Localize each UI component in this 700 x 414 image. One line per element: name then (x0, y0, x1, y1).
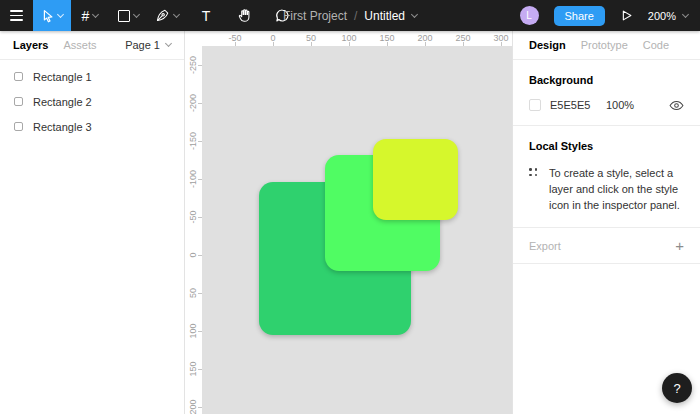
rectangle-icon (118, 10, 130, 22)
layers-panel: Layers Assets Page 1 Rectangle 1 Rectang… (0, 31, 185, 414)
layer-name: Rectangle 2 (33, 96, 92, 108)
ruler-label: -150 (188, 126, 198, 156)
ruler-label: -200 (188, 88, 198, 118)
inspector-tabs: Design Prototype Code (513, 31, 700, 60)
ruler-label: -250 (188, 50, 198, 80)
rectangle-layer-icon (14, 122, 23, 131)
ruler-label: 100 (188, 316, 198, 346)
frame-tool-button[interactable]: # (71, 0, 109, 31)
ruler-label: 0 (188, 240, 198, 270)
text-tool-icon: T (202, 9, 211, 23)
chevron-down-icon (57, 10, 64, 17)
opacity-value[interactable]: 100% (606, 99, 634, 111)
tab-code[interactable]: Code (643, 39, 669, 51)
pen-icon (155, 8, 170, 23)
inspector-panel: Design Prototype Code Background E5E5E5 … (512, 31, 700, 414)
chevron-down-icon (92, 10, 99, 17)
main-menu-button[interactable] (0, 0, 33, 31)
local-styles-hint: To create a style, select a layer and cl… (529, 165, 684, 213)
page-selector[interactable]: Page 1 (125, 39, 171, 51)
hamburger-menu-icon (10, 10, 23, 20)
move-tool-button[interactable] (33, 0, 71, 31)
background-color-row: E5E5E5 100% (529, 99, 684, 111)
background-section-title: Background (529, 74, 684, 86)
eye-icon (669, 100, 684, 111)
shape-tool-button[interactable] (109, 0, 147, 31)
tab-layers[interactable]: Layers (13, 39, 48, 51)
present-button[interactable] (620, 0, 633, 31)
export-section: Export + (513, 228, 700, 264)
hand-icon (237, 8, 252, 23)
shape-rectangle-3[interactable] (373, 139, 458, 220)
frame-hash-icon: # (82, 9, 90, 23)
styles-grid-icon (529, 168, 538, 177)
chevron-down-icon (132, 10, 139, 17)
zoom-level-control[interactable]: 200% (648, 10, 688, 22)
tab-prototype[interactable]: Prototype (581, 39, 628, 51)
toolbar-tools: # T (0, 0, 301, 31)
zoom-level-value: 200% (648, 10, 676, 22)
move-cursor-icon (41, 9, 54, 23)
layer-row-rectangle-1[interactable]: Rectangle 1 (0, 64, 184, 89)
horizontal-ruler: -50 0 50 100 150 200 250 300 (202, 31, 512, 46)
ruler-corner (185, 31, 202, 46)
toolbar-right: L Share 200% (520, 0, 700, 31)
share-button[interactable]: Share (554, 6, 605, 26)
ruler-label: 50 (188, 278, 198, 308)
tab-design[interactable]: Design (529, 39, 566, 51)
local-styles-title: Local Styles (529, 140, 684, 152)
ruler-label: 150 (188, 354, 198, 384)
breadcrumb: First Project / Untitled (283, 0, 417, 31)
layers-list: Rectangle 1 Rectangle 2 Rectangle 3 (0, 60, 184, 139)
project-name[interactable]: First Project (283, 9, 347, 23)
layer-row-rectangle-3[interactable]: Rectangle 3 (0, 114, 184, 139)
layer-row-rectangle-2[interactable]: Rectangle 2 (0, 89, 184, 114)
layer-name: Rectangle 3 (33, 121, 92, 133)
visibility-toggle[interactable] (669, 100, 684, 111)
chevron-down-icon[interactable] (411, 10, 418, 17)
layers-panel-header: Layers Assets Page 1 (0, 31, 184, 60)
tab-assets[interactable]: Assets (63, 39, 96, 51)
local-styles-description: To create a style, select a layer and cl… (549, 165, 684, 213)
file-name[interactable]: Untitled (364, 9, 405, 23)
color-swatch[interactable] (529, 99, 541, 111)
add-export-button[interactable]: + (675, 238, 684, 253)
export-section-title: Export (529, 240, 561, 252)
vertical-ruler: -250 -200 -150 -100 -50 0 50 100 150 200 (185, 46, 202, 414)
figma-app: # T (0, 0, 700, 414)
toolbar: # T (0, 0, 700, 31)
chevron-down-icon (165, 40, 172, 47)
background-section: Background E5E5E5 100% (513, 60, 700, 126)
page-selector-label: Page 1 (125, 39, 160, 51)
rectangle-layer-icon (14, 97, 23, 106)
local-styles-section: Local Styles To create a style, select a… (513, 126, 700, 228)
canvas-viewport[interactable] (202, 46, 512, 414)
pen-tool-button[interactable] (147, 0, 187, 31)
hand-tool-button[interactable] (225, 0, 263, 31)
ruler-label: -50 (188, 202, 198, 232)
layer-name: Rectangle 1 (33, 71, 92, 83)
breadcrumb-separator: / (354, 9, 357, 23)
text-tool-button[interactable]: T (187, 0, 225, 31)
chevron-down-icon (173, 10, 180, 17)
rectangle-layer-icon (14, 72, 23, 81)
play-icon (620, 9, 633, 22)
user-avatar[interactable]: L (520, 6, 539, 25)
canvas-area: -50 0 50 100 150 200 250 300 -250 -200 -… (185, 31, 512, 414)
ruler-label: 200 (188, 392, 198, 414)
chevron-down-icon (682, 10, 689, 17)
help-button[interactable]: ? (662, 373, 692, 403)
ruler-label: -100 (188, 164, 198, 194)
color-hex-value[interactable]: E5E5E5 (550, 99, 598, 111)
